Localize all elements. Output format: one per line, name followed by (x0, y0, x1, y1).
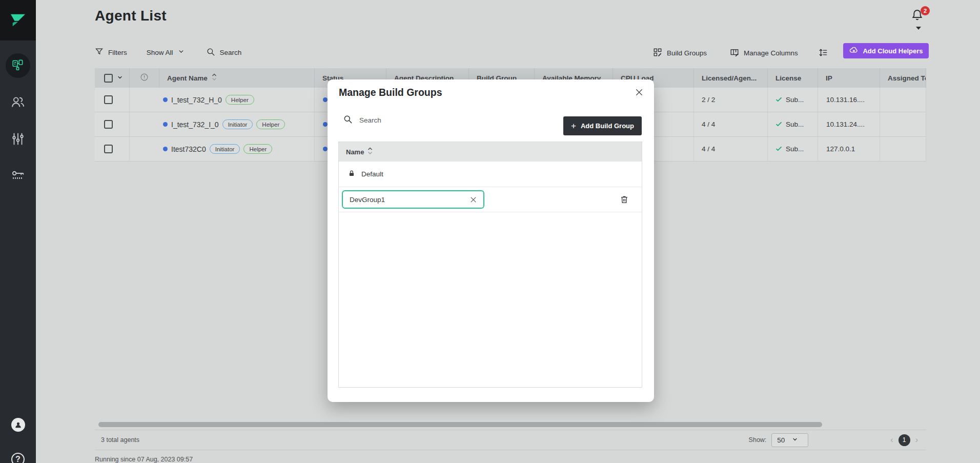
license-header-label: License (775, 74, 801, 82)
search-icon (206, 47, 215, 58)
name-column-header[interactable]: Name (339, 142, 642, 162)
sort-icon[interactable] (212, 73, 217, 83)
next-page-button[interactable]: › (915, 436, 918, 444)
build-groups-icon (653, 48, 662, 58)
table-footer: 3 total agents Show: 50 ‹ 1 › (95, 430, 926, 450)
header-assigned-to[interactable]: Assigned To (880, 68, 926, 88)
sidebar-item-profile[interactable] (0, 418, 36, 432)
build-agents-icon (11, 58, 25, 73)
plus-icon: + (571, 121, 576, 131)
ip-header-label: IP (826, 74, 832, 82)
sort-icon[interactable] (368, 147, 373, 156)
alert-circle-icon (140, 73, 149, 83)
ip-cell: 127.0.0.1 (818, 137, 880, 161)
build-group-row-editing (339, 187, 642, 212)
prev-page-button[interactable]: ‹ (890, 436, 893, 444)
select-menu-chevron-icon[interactable] (117, 74, 123, 82)
horizontal-scrollbar[interactable] (95, 422, 926, 427)
build-group-row-default[interactable]: Default (339, 162, 642, 187)
status-dot-icon (323, 122, 328, 127)
key-icon (10, 168, 26, 186)
agent-name: Itest732C0 (171, 145, 206, 153)
license-cell: Sub... (768, 137, 818, 161)
select-all-checkbox[interactable] (104, 74, 113, 83)
initiator-badge: Initiator (210, 144, 240, 154)
status-dot-icon (323, 147, 328, 151)
filters-button[interactable]: Filters (95, 47, 127, 57)
group-name-edit-field[interactable] (342, 190, 484, 209)
agent-name-cell: I_test_732_I_0 Initiator Helper (159, 112, 315, 136)
help-icon: ? (11, 453, 25, 463)
close-icon[interactable] (635, 88, 644, 97)
check-icon (775, 95, 783, 105)
build-groups-list: Name Default (338, 142, 642, 388)
assigned-to-cell (880, 137, 926, 161)
row-alert-cell (130, 137, 159, 161)
modal-search-input[interactable] (359, 116, 482, 124)
search-icon (343, 114, 353, 126)
clear-input-icon[interactable] (469, 196, 477, 204)
assigned-to-cell (880, 112, 926, 136)
chevron-down-icon (178, 48, 185, 56)
page-title: Agent List (95, 8, 167, 24)
row-checkbox[interactable] (104, 145, 113, 153)
row-checkbox[interactable] (104, 120, 113, 129)
show-label: Show: (749, 436, 767, 444)
agent-name: I_test_732_H_0 (171, 96, 222, 104)
search-label: Search (220, 49, 242, 56)
row-alert-cell (130, 88, 159, 112)
group-name-input[interactable] (350, 196, 452, 204)
sidebar-item-agents[interactable] (0, 53, 36, 78)
manage-columns-icon (730, 48, 739, 58)
add-cloud-helpers-label: Add Cloud Helpers (863, 47, 923, 55)
logo-block[interactable] (0, 0, 36, 41)
licensed-agents-cell: 4 / 4 (694, 112, 768, 136)
header-license[interactable]: License (768, 68, 818, 88)
licensed-agents-header-label: Licensed/Agen... (702, 74, 757, 82)
add-cloud-helpers-button[interactable]: Add Cloud Helpers (843, 43, 929, 58)
sidebar-item-settings[interactable] (0, 131, 36, 149)
scrollbar-thumb[interactable] (98, 422, 822, 427)
initiator-badge: Initiator (222, 119, 253, 129)
manage-build-groups-modal: Manage Build Groups + Add Build Group Na… (328, 79, 654, 402)
notifications-button[interactable]: 2 (910, 8, 931, 31)
cloud-plus-icon (849, 45, 859, 56)
header-alert-cell (130, 68, 159, 88)
users-icon (10, 94, 26, 112)
total-agents-label: 3 total agents (101, 436, 139, 444)
sidebar-item-users[interactable] (0, 94, 36, 112)
row-checkbox[interactable] (104, 95, 113, 104)
assigned-to-cell (880, 88, 926, 112)
header-agent-name[interactable]: Agent Name (159, 68, 315, 88)
chevron-down-icon (792, 436, 798, 444)
helper-badge: Helper (256, 119, 285, 129)
modal-search (343, 114, 497, 126)
app-screen: ? Agent List 2 Filters Show All (0, 0, 980, 463)
delete-group-icon[interactable] (620, 195, 629, 204)
helper-badge: Helper (226, 95, 254, 105)
check-icon (775, 145, 783, 154)
lock-icon (348, 170, 355, 178)
ip-cell: 10.131.16.... (818, 88, 880, 112)
page-size-value: 50 (777, 436, 785, 444)
toolbar-left: Filters Show All Search (95, 46, 241, 59)
page-size-select[interactable]: 50 (771, 433, 808, 447)
manage-columns-button[interactable]: Manage Columns (730, 48, 798, 58)
add-build-group-button[interactable]: + Add Build Group (563, 116, 642, 135)
build-groups-button[interactable]: Build Groups (653, 48, 707, 58)
ip-cell: 10.131.24.... (818, 112, 880, 136)
search-button[interactable]: Search (206, 47, 242, 58)
show-all-select[interactable]: Show All (147, 48, 185, 56)
current-page-button[interactable]: 1 (899, 434, 910, 446)
agent-name-cell: I_test_732_H_0 Helper (159, 88, 315, 112)
header-ip[interactable]: IP (818, 68, 880, 88)
show-all-label: Show All (147, 49, 173, 56)
header-licensed-agents[interactable]: Licensed/Agen... (694, 68, 768, 88)
row-height-button[interactable] (818, 48, 828, 59)
sidebar-item-license-keys[interactable] (0, 168, 36, 186)
sidebar-item-help[interactable]: ? (0, 453, 36, 463)
sidebar: ? (0, 0, 36, 463)
agent-dot-icon (163, 122, 168, 127)
agent-name-header-label: Agent Name (167, 74, 208, 82)
filters-label: Filters (108, 49, 127, 56)
